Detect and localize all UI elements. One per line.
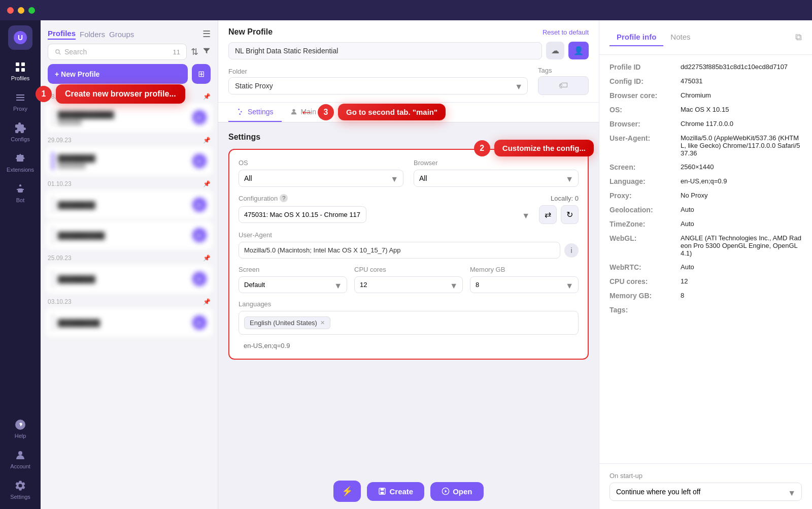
sidebar-item-extensions[interactable]: Extensions — [3, 148, 38, 177]
search-icon — [54, 48, 61, 55]
sort-button[interactable]: ⇅ — [191, 46, 198, 57]
onstartup-select[interactable]: Continue where you left off — [610, 483, 802, 501]
right-tab-profile-info[interactable]: Profile info — [610, 28, 663, 46]
list-item[interactable]: ██████████ ▶ — [46, 221, 213, 249]
tab-settings[interactable]: Settings — [228, 103, 282, 122]
useragent-label: User-Agent — [239, 231, 579, 239]
screen-info-key: Screen: — [610, 163, 681, 171]
sidebar-help-label: Help — [15, 433, 26, 439]
cpu-select[interactable]: 12 — [354, 276, 463, 293]
search-count: 11 — [173, 48, 180, 56]
tags-label: Tags — [538, 67, 589, 74]
profile-play-button[interactable]: ▶ — [192, 154, 207, 168]
svg-rect-3 — [21, 62, 25, 66]
profile-item-content: █████████ — [58, 319, 188, 327]
titlebar — [0, 0, 812, 20]
screen-select[interactable]: Default — [239, 276, 347, 293]
useragent-info-value: Mozilla/5.0 (AppleWebKit/537.36 (KHTML, … — [681, 134, 802, 157]
profile-name-input[interactable] — [228, 42, 542, 59]
webrtc-value: Auto — [681, 263, 802, 271]
list-item[interactable]: ████████ ▶ — [46, 190, 213, 219]
folder-row: Folder Static Proxy ▼ Tags 🏷 — [228, 67, 589, 95]
sidebar-item-help[interactable]: Help — [3, 415, 38, 443]
geolocation-value: Auto — [681, 206, 802, 214]
tab-profiles[interactable]: Profiles — [48, 29, 76, 40]
config-shuffle-button[interactable]: ⇄ — [539, 205, 557, 224]
right-header: Profile info Notes ⧉ — [599, 20, 812, 55]
close-button[interactable] — [7, 7, 14, 14]
tab-main[interactable]: Main — [282, 103, 324, 122]
config-refresh-button[interactable]: ↻ — [561, 205, 579, 224]
new-profile-button[interactable]: + New Profile — [48, 64, 188, 84]
profiles-panel: Profiles Folders Groups ☰ Search 11 ⇅ + … — [41, 20, 218, 509]
svg-point-7 — [19, 190, 20, 191]
minimize-button[interactable] — [18, 7, 24, 14]
reset-to-default-link[interactable]: Reset to default — [543, 28, 589, 36]
useragent-info-button[interactable]: i — [564, 243, 579, 258]
memory-label: Memory GB — [470, 266, 579, 273]
browser-column: Browser All ▼ — [414, 159, 579, 187]
multi-select-button[interactable]: ⊞ — [192, 64, 211, 84]
list-item[interactable]: ████████ ███████ ▶ — [46, 147, 213, 175]
list-item[interactable]: █████████ ▶ — [46, 308, 213, 337]
browser-key: Browser: — [610, 120, 681, 128]
config-select-row: 475031: Mac OS X 10.15 - Chrome 117 ▼ ⇄ … — [239, 205, 579, 224]
sidebar-bot-label: Bot — [16, 197, 25, 203]
list-item[interactable]: ████████████ ██████ ▶ — [46, 103, 213, 132]
search-box[interactable]: Search 11 — [48, 44, 187, 60]
profile-play-button[interactable]: ▶ — [192, 272, 207, 286]
profile-play-button[interactable]: ▶ — [192, 198, 207, 212]
memory-select[interactable]: 8 — [470, 276, 579, 293]
tab-folders[interactable]: Folders — [80, 30, 105, 39]
sidebar-item-profiles[interactable]: Profiles — [3, 57, 38, 85]
profile-play-button[interactable]: ▶ — [192, 315, 207, 330]
center-tabs-container: Settings Main ← 3 Go to second tab. "mai… — [218, 103, 599, 122]
right-info: Profile ID dd22753f885b31c8d1c10ecd8d710… — [599, 55, 812, 328]
lightning-button[interactable]: ⚡ — [333, 481, 361, 502]
create-button[interactable]: Create — [367, 482, 424, 501]
language-tag-remove[interactable]: ✕ — [320, 320, 325, 326]
sidebar-item-bot[interactable]: Bot — [3, 179, 38, 207]
sidebar-item-configs[interactable]: Configs — [3, 118, 38, 146]
browser-select[interactable]: All — [414, 170, 579, 187]
sidebar-toggle-button[interactable]: ☰ — [202, 28, 211, 40]
center-panel: New Profile Reset to default ☁ 👤 Folder … — [218, 20, 599, 509]
useragent-input[interactable] — [239, 242, 560, 259]
svg-point-10 — [18, 451, 22, 455]
os-select[interactable]: All — [239, 170, 403, 187]
languages-label: Languages — [239, 300, 579, 308]
center-body: Settings OS All ▼ — [218, 122, 599, 473]
open-button[interactable]: Open — [430, 482, 483, 501]
cloud-button[interactable]: ☁ — [546, 42, 564, 59]
config-select[interactable]: 475031: Mac OS X 10.15 - Chrome 117 — [239, 206, 366, 223]
sidebar-extensions-label: Extensions — [7, 167, 34, 173]
profile-color-bar — [52, 152, 54, 170]
list-item[interactable]: ████████ ▶ — [46, 265, 213, 293]
profile-item-content: ████████ — [58, 201, 188, 209]
help-icon — [14, 419, 26, 431]
profile-play-button[interactable]: ▶ — [192, 110, 207, 124]
sidebar-item-proxy[interactable]: Proxy — [3, 87, 38, 116]
sidebar-item-account[interactable]: Account — [3, 445, 38, 473]
tags-button[interactable]: 🏷 — [538, 76, 589, 95]
sidebar-profiles-label: Profiles — [11, 75, 30, 81]
center-header: New Profile Reset to default ☁ 👤 Folder … — [218, 20, 599, 103]
svg-point-12 — [241, 111, 242, 113]
right-tab-notes[interactable]: Notes — [663, 28, 697, 46]
cpu-info-value: 12 — [681, 277, 802, 285]
copy-button[interactable]: ⧉ — [795, 32, 802, 43]
language-info-key: Language: — [610, 177, 681, 185]
tab-groups[interactable]: Groups — [109, 30, 134, 39]
config-label: Configuration ? — [239, 194, 288, 202]
right-footer: On start-up Continue where you left off … — [599, 463, 812, 509]
folder-select[interactable]: Static Proxy — [228, 77, 528, 94]
profile-play-button[interactable]: ▶ — [192, 228, 207, 242]
fingerprint-button[interactable]: 👤 — [568, 42, 589, 59]
folder-label: Folder — [228, 68, 528, 75]
app-logo: U — [8, 25, 32, 50]
sidebar-item-settings[interactable]: Settings — [3, 475, 38, 504]
maximize-button[interactable] — [28, 7, 35, 14]
filter-button[interactable] — [202, 47, 211, 57]
settings-box-container: OS All ▼ Browser — [228, 149, 589, 360]
browser-row: Browser: Chrome 117.0.0.0 — [610, 120, 802, 128]
